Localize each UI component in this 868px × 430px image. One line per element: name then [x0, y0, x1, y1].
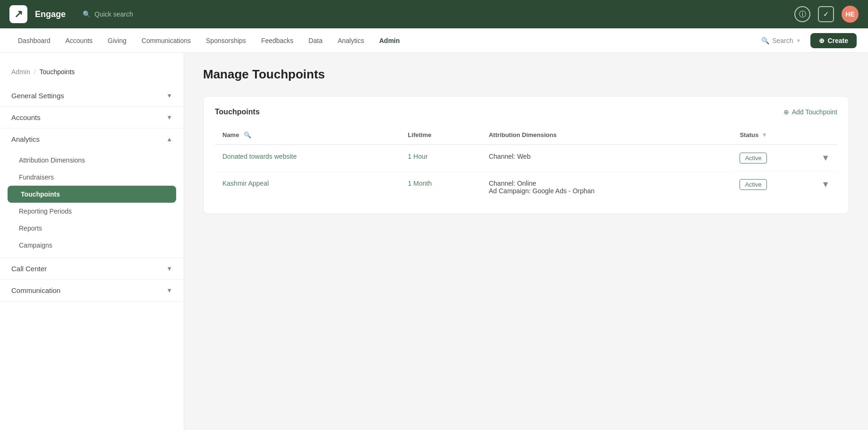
create-label: Create	[827, 37, 848, 44]
nav-search-label: Search	[772, 37, 793, 44]
breadcrumb-current: Touchpoints	[40, 68, 75, 76]
breadcrumb: Admin / Touchpoints	[0, 62, 184, 85]
sidebar-label-call-center: Call Center	[11, 265, 47, 273]
sidebar-item-reporting-periods[interactable]: Reporting Periods	[0, 203, 184, 220]
create-button[interactable]: ⊕ Create	[810, 33, 857, 48]
col-header-name: Name 🔍	[215, 126, 400, 145]
row-expand-icon-2[interactable]: ▼	[821, 180, 830, 189]
add-touchpoint-icon: ⊕	[783, 108, 789, 116]
cell-attribution-1: Channel: Web	[481, 145, 732, 172]
nav-bar: Dashboard Accounts Giving Communications…	[0, 28, 868, 53]
cell-attribution-2: Channel: Online Ad Campaign: Google Ads …	[481, 172, 732, 202]
nav-search-area: 🔍 Search ▼ ⊕ Create	[757, 33, 857, 48]
sidebar-item-campaigns[interactable]: Campaigns	[0, 237, 184, 254]
sidebar-item-reports[interactable]: Reports	[0, 220, 184, 237]
create-icon: ⊕	[819, 37, 825, 44]
touchpoint-name-link-2[interactable]: Kashmir Appeal	[222, 180, 269, 187]
table-row: Kashmir Appeal 1 Month Channel: Online A…	[215, 172, 837, 202]
quick-search-trigger[interactable]: 🔍 Quick search	[83, 10, 133, 18]
col-header-attribution-dimensions: Attribution Dimensions	[481, 126, 732, 145]
top-bar-actions: ⓘ ✓ HE	[794, 6, 859, 23]
nav-item-admin[interactable]: Admin	[373, 34, 407, 47]
avatar[interactable]: HE	[842, 6, 859, 23]
sidebar-section-general-settings: General Settings ▼	[0, 85, 184, 107]
add-touchpoint-button[interactable]: ⊕ Add Touchpoint	[783, 108, 837, 116]
table-section: Touchpoints ⊕ Add Touchpoint Name 🔍 Life…	[203, 96, 849, 214]
chevron-down-icon-accounts: ▼	[166, 114, 172, 121]
status-filter-icon[interactable]: ▼	[761, 131, 767, 138]
sidebar-header-communication[interactable]: Communication ▼	[0, 280, 184, 301]
cell-name-1: Donated towards website	[215, 145, 400, 172]
logo-box[interactable]: ↗	[9, 5, 27, 23]
nav-item-analytics[interactable]: Analytics	[331, 34, 371, 47]
chevron-up-icon-analytics: ▲	[166, 136, 172, 143]
table-header-row: Touchpoints ⊕ Add Touchpoint	[215, 108, 837, 116]
help-button[interactable]: ⓘ	[794, 6, 810, 22]
status-badge-2: Active	[740, 179, 766, 190]
sidebar-label-general-settings: General Settings	[11, 92, 64, 100]
nav-search-chevron: ▼	[796, 38, 801, 43]
sidebar-item-attribution-dimensions[interactable]: Attribution Dimensions	[0, 152, 184, 169]
table-row: Donated towards website 1 Hour Channel: …	[215, 145, 837, 172]
attribution-line-1: Channel: Online	[489, 180, 724, 187]
nav-item-sponsorships[interactable]: Sponsorships	[199, 34, 253, 47]
analytics-sub-items: Attribution Dimensions Fundraisers Touch…	[0, 150, 184, 258]
chevron-down-icon-call-center: ▼	[166, 265, 172, 272]
cell-name-2: Kashmir Appeal	[215, 172, 400, 202]
app-name: Engage	[35, 9, 66, 19]
nav-item-accounts[interactable]: Accounts	[59, 34, 100, 47]
breadcrumb-parent[interactable]: Admin	[11, 68, 30, 76]
sidebar-section-communication: Communication ▼	[0, 280, 184, 301]
page-title: Manage Touchpoints	[203, 67, 849, 82]
tasks-button[interactable]: ✓	[818, 6, 834, 22]
sidebar-header-accounts[interactable]: Accounts ▼	[0, 107, 184, 128]
chevron-down-icon-communication: ▼	[166, 287, 172, 294]
row-expand-icon-1[interactable]: ▼	[821, 153, 830, 163]
cell-lifetime-1: 1 Hour	[400, 145, 481, 172]
main-layout: Admin / Touchpoints General Settings ▼ A…	[0, 53, 868, 430]
sidebar-label-communication: Communication	[11, 286, 60, 294]
logo-icon: ↗	[14, 9, 23, 19]
sidebar-section-accounts: Accounts ▼	[0, 107, 184, 129]
sidebar: Admin / Touchpoints General Settings ▼ A…	[0, 53, 184, 430]
touchpoints-table: Name 🔍 Lifetime Attribution Dimensions S…	[215, 126, 837, 202]
table-header: Name 🔍 Lifetime Attribution Dimensions S…	[215, 126, 837, 145]
cell-status-2: Active ▼	[732, 172, 837, 198]
nav-item-dashboard[interactable]: Dashboard	[11, 34, 57, 47]
quick-search-label: Quick search	[94, 10, 133, 18]
col-header-status: Status ▼	[732, 126, 837, 144]
sidebar-header-call-center[interactable]: Call Center ▼	[0, 258, 184, 279]
chevron-down-icon: ▼	[166, 92, 172, 99]
nav-item-giving[interactable]: Giving	[101, 34, 133, 47]
sidebar-section-analytics: Analytics ▲ Attribution Dimensions Fundr…	[0, 129, 184, 258]
cell-lifetime-2: 1 Month	[400, 172, 481, 202]
touchpoint-name-link-1[interactable]: Donated towards website	[222, 153, 297, 160]
lifetime-value-2: 1 Month	[408, 180, 432, 187]
attribution-line-2: Ad Campaign: Google Ads - Orphan	[489, 187, 724, 195]
content-area: Manage Touchpoints Touchpoints ⊕ Add Tou…	[184, 53, 868, 430]
nav-search-icon: 🔍	[761, 37, 769, 44]
nav-search[interactable]: 🔍 Search ▼	[757, 35, 805, 46]
sidebar-header-analytics[interactable]: Analytics ▲	[0, 129, 184, 150]
lifetime-value-1: 1 Hour	[408, 153, 428, 160]
sidebar-item-touchpoints[interactable]: Touchpoints	[8, 186, 176, 203]
top-bar: ↗ Engage 🔍 Quick search ⓘ ✓ HE	[0, 0, 868, 28]
breadcrumb-separator: /	[34, 68, 36, 76]
table-section-title: Touchpoints	[215, 108, 260, 116]
nav-item-data[interactable]: Data	[302, 34, 329, 47]
nav-item-communications[interactable]: Communications	[135, 34, 197, 47]
search-icon: 🔍	[83, 10, 91, 18]
status-badge-1: Active	[740, 153, 766, 163]
cell-status-1: Active ▼	[732, 145, 837, 172]
sidebar-label-analytics: Analytics	[11, 135, 40, 143]
sidebar-section-call-center: Call Center ▼	[0, 258, 184, 280]
nav-item-feedbacks[interactable]: Feedbacks	[255, 34, 300, 47]
name-search-icon[interactable]: 🔍	[244, 131, 251, 138]
sidebar-item-fundraisers[interactable]: Fundraisers	[0, 169, 184, 186]
sidebar-label-accounts: Accounts	[11, 113, 41, 121]
sidebar-header-general-settings[interactable]: General Settings ▼	[0, 85, 184, 106]
col-header-lifetime: Lifetime	[400, 126, 481, 145]
add-touchpoint-label: Add Touchpoint	[792, 108, 837, 116]
